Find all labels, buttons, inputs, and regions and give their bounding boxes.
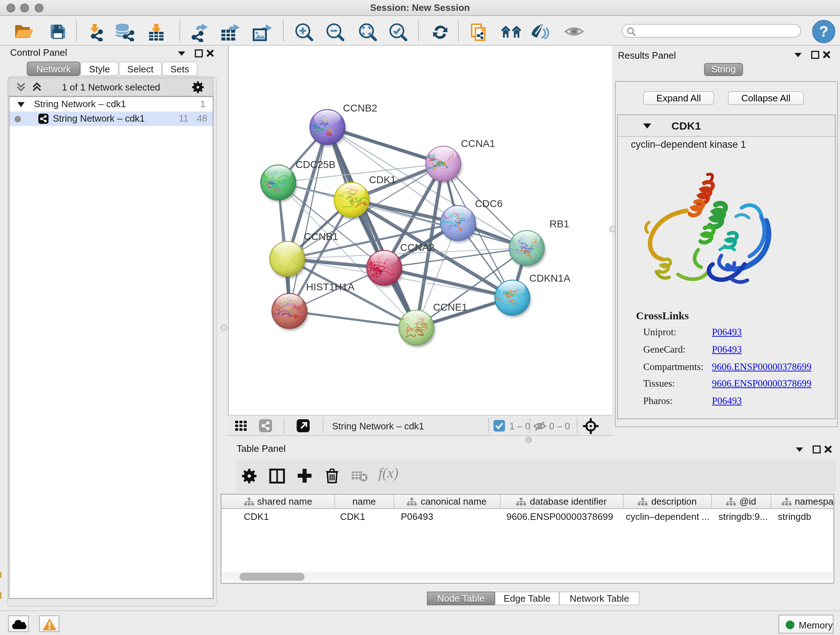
svg-text:?: ? [819,23,829,40]
svg-text:CCNB1: CCNB1 [304,231,338,242]
svg-text:CDC25B: CDC25B [295,159,335,170]
svg-text:CCNA1: CCNA1 [461,138,495,149]
svg-text:RB1: RB1 [549,218,569,230]
svg-text:HIST1H1A: HIST1H1A [306,281,355,293]
svg-text:CDK1: CDK1 [369,174,396,185]
svg-text:CCNA2: CCNA2 [400,242,434,253]
svg-text:CDC6: CDC6 [475,198,502,209]
svg-text:CDKN1A: CDKN1A [529,272,570,284]
svg-text:CCNB2: CCNB2 [343,103,377,114]
svg-text:CCNE1: CCNE1 [433,302,467,313]
